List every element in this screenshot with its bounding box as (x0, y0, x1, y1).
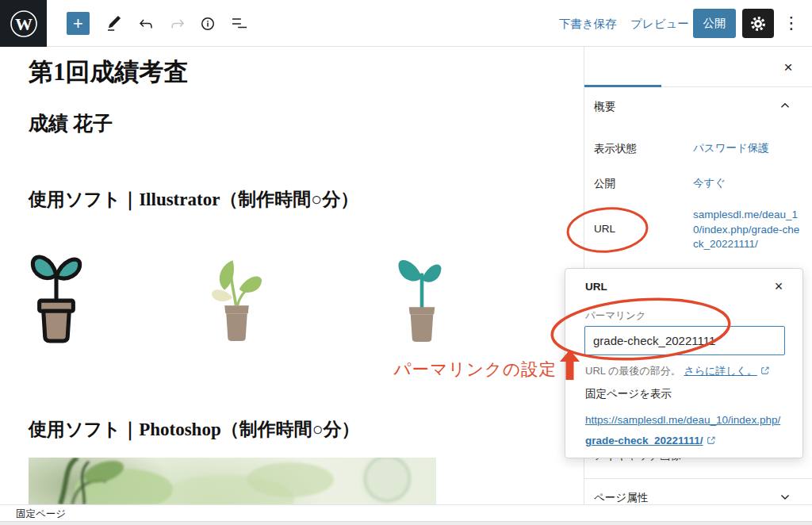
undo-icon (136, 14, 155, 33)
author-heading-block[interactable]: 成績 花子 (29, 110, 113, 136)
url-row-label: URL (594, 223, 615, 235)
illustrator-section-heading[interactable]: 使用ソフト｜Illustrator（制作時間○分） (29, 187, 358, 212)
url-popover-title: URL (585, 281, 607, 293)
permalink-field-label: パーマリンク (585, 309, 645, 323)
visibility-value-link[interactable]: パスワード保護 (693, 141, 769, 155)
chevron-up-icon (778, 98, 792, 113)
undo-button[interactable] (135, 13, 157, 35)
url-popover: URL × パーマリンク URL の最後の部分。 さらに詳しく。 固定ページを表… (565, 268, 803, 458)
photoshop-section-heading[interactable]: 使用ソフト｜Photoshop（制作時間○分） (29, 417, 360, 442)
plant-image-teal[interactable] (392, 254, 450, 346)
close-icon: × (783, 59, 792, 75)
page-title-block[interactable]: 第1回成績考査 (29, 56, 189, 89)
permalink-help-static: URL の最後の部分。 (585, 365, 681, 377)
publish-row-label: 公開 (594, 177, 615, 191)
page-url-slug: grade-check_20221111/ (585, 435, 703, 446)
kebab-icon: ⋮ (783, 13, 800, 32)
external-link-icon (757, 365, 770, 377)
permalink-annotation-label: パーマリンクの設定 (341, 358, 557, 381)
editor-top-toolbar: W + (0, 0, 812, 47)
page-attributes-panel-label: ページ属性 (594, 491, 648, 505)
list-view-button[interactable] (228, 13, 251, 35)
pencil-icon (105, 14, 124, 33)
plus-icon: + (73, 13, 83, 33)
summary-panel-label: 概要 (594, 100, 615, 114)
gear-icon (749, 15, 767, 33)
editor-footer-bar: 固定ページ (0, 504, 812, 522)
permalink-help-text: URL の最後の部分。 さらに詳しく。 (585, 364, 791, 378)
wordpress-logo-button[interactable]: W (0, 0, 47, 47)
url-popover-close-button[interactable]: × (768, 275, 790, 297)
svg-text:W: W (15, 13, 33, 33)
plant-image-green[interactable] (205, 254, 266, 346)
chevron-down-icon (778, 489, 792, 504)
redo-button[interactable] (167, 13, 189, 35)
footer-bottom-strip (0, 522, 812, 525)
summary-collapse-button[interactable] (776, 97, 795, 116)
photo-plant-graphic (29, 458, 436, 504)
sidebar-close-button[interactable]: × (777, 56, 799, 79)
details-info-button[interactable] (197, 13, 219, 35)
wordpress-logo-icon: W (9, 9, 39, 39)
options-menu-button[interactable]: ⋮ (780, 11, 802, 35)
tools-pencil-button[interactable] (103, 13, 125, 35)
page-url-link[interactable]: https://samplesdl.me/deau_10/index.php/g… (585, 410, 793, 451)
close-icon: × (775, 278, 783, 294)
learn-more-link[interactable]: さらに詳しく。 (684, 365, 757, 377)
active-tab-underline (584, 85, 661, 87)
save-draft-button[interactable]: 下書き保存 (559, 17, 617, 32)
visibility-row-label: 表示状態 (594, 142, 637, 156)
url-value-link[interactable]: samplesdl.me/deau_10/index.php/grade-che… (693, 208, 802, 252)
settings-toggle-button[interactable] (742, 9, 774, 38)
breadcrumb: 固定ページ (16, 508, 66, 521)
page-url-prefix: https://samplesdl.me/deau_10/index.php/ (585, 414, 780, 426)
external-link-icon (703, 435, 716, 446)
publish-value-link[interactable]: 今すぐ (693, 176, 726, 190)
info-icon (198, 14, 217, 33)
publish-button[interactable]: 公開 (693, 9, 736, 38)
preview-button[interactable]: プレビュー (630, 17, 689, 32)
sidebar-divider (584, 478, 812, 479)
view-page-label: 固定ページを表示 (585, 387, 672, 401)
block-inserter-button[interactable]: + (67, 12, 90, 35)
list-view-icon (230, 14, 249, 33)
permalink-input[interactable] (584, 326, 785, 355)
plant-image-outlined[interactable] (27, 249, 86, 347)
wordpress-block-editor: W + (0, 0, 812, 525)
photo-plant-image[interactable] (29, 458, 436, 504)
redo-icon (168, 14, 187, 33)
